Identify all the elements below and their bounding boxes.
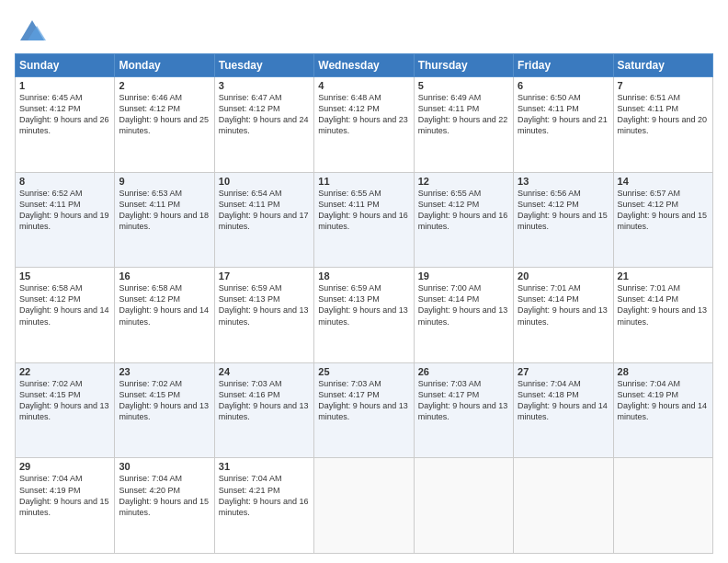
day-info: Sunrise: 7:03 AM Sunset: 4:17 PM Dayligh… [318,378,409,423]
day-cell: 22Sunrise: 7:02 AM Sunset: 4:15 PM Dayli… [16,362,115,458]
day-number: 4 [318,80,409,91]
day-cell: 6Sunrise: 6:50 AM Sunset: 4:11 PM Daylig… [514,77,613,173]
day-number: 19 [418,270,509,282]
day-cell: 23Sunrise: 7:02 AM Sunset: 4:15 PM Dayli… [115,362,214,458]
day-info: Sunrise: 7:02 AM Sunset: 4:15 PM Dayligh… [119,378,210,423]
week-row-3: 15Sunrise: 6:58 AM Sunset: 4:12 PM Dayli… [16,268,713,363]
col-header-friday: Friday [514,54,613,77]
day-number: 26 [418,366,509,377]
day-cell: 29Sunrise: 7:04 AM Sunset: 4:19 PM Dayli… [16,458,115,554]
day-number: 3 [219,80,310,91]
day-number: 5 [418,80,509,91]
logo-icon [15,13,50,48]
day-info: Sunrise: 6:53 AM Sunset: 4:11 PM Dayligh… [119,188,210,233]
day-number: 24 [219,366,310,377]
day-number: 14 [618,176,709,187]
day-info: Sunrise: 7:03 AM Sunset: 4:17 PM Dayligh… [418,378,509,423]
day-info: Sunrise: 6:46 AM Sunset: 4:12 PM Dayligh… [119,92,210,137]
day-info: Sunrise: 7:00 AM Sunset: 4:14 PM Dayligh… [418,282,509,327]
day-number: 6 [518,80,609,91]
day-info: Sunrise: 6:51 AM Sunset: 4:11 PM Dayligh… [618,92,709,137]
day-cell: 11Sunrise: 6:55 AM Sunset: 4:11 PM Dayli… [314,172,414,268]
day-cell: 2Sunrise: 6:46 AM Sunset: 4:12 PM Daylig… [115,77,214,173]
day-info: Sunrise: 7:04 AM Sunset: 4:20 PM Dayligh… [119,473,210,518]
day-cell: 30Sunrise: 7:04 AM Sunset: 4:20 PM Dayli… [115,458,214,554]
day-info: Sunrise: 6:59 AM Sunset: 4:13 PM Dayligh… [318,282,409,327]
day-number: 23 [119,366,210,377]
day-number: 29 [19,461,110,472]
day-cell: 16Sunrise: 6:58 AM Sunset: 4:12 PM Dayli… [115,268,214,363]
day-number: 22 [19,366,110,377]
day-number: 9 [119,176,210,187]
day-number: 18 [318,270,409,282]
day-number: 2 [119,80,210,91]
day-number: 20 [518,270,609,282]
day-cell: 8Sunrise: 6:52 AM Sunset: 4:11 PM Daylig… [16,172,115,268]
day-cell: 25Sunrise: 7:03 AM Sunset: 4:17 PM Dayli… [314,362,414,458]
day-cell: 10Sunrise: 6:54 AM Sunset: 4:11 PM Dayli… [214,172,313,268]
day-cell [314,458,414,554]
day-info: Sunrise: 6:56 AM Sunset: 4:12 PM Dayligh… [518,188,609,233]
day-cell: 9Sunrise: 6:53 AM Sunset: 4:11 PM Daylig… [115,172,214,268]
day-number: 30 [119,461,210,472]
day-number: 15 [19,270,110,282]
day-number: 12 [418,176,509,187]
day-info: Sunrise: 6:48 AM Sunset: 4:12 PM Dayligh… [318,92,409,137]
day-cell: 5Sunrise: 6:49 AM Sunset: 4:11 PM Daylig… [414,77,513,173]
day-info: Sunrise: 7:03 AM Sunset: 4:16 PM Dayligh… [219,378,310,423]
week-row-5: 29Sunrise: 7:04 AM Sunset: 4:19 PM Dayli… [16,458,713,554]
header [15,9,713,48]
day-cell: 26Sunrise: 7:03 AM Sunset: 4:17 PM Dayli… [414,362,513,458]
day-number: 13 [518,176,609,187]
day-info: Sunrise: 6:49 AM Sunset: 4:11 PM Dayligh… [418,92,509,137]
day-info: Sunrise: 6:50 AM Sunset: 4:11 PM Dayligh… [518,92,609,137]
col-header-saturday: Saturday [613,54,712,77]
day-info: Sunrise: 7:04 AM Sunset: 4:18 PM Dayligh… [518,378,609,423]
day-cell: 15Sunrise: 6:58 AM Sunset: 4:12 PM Dayli… [16,268,115,363]
day-info: Sunrise: 6:52 AM Sunset: 4:11 PM Dayligh… [19,188,110,233]
col-header-thursday: Thursday [414,54,513,77]
day-info: Sunrise: 7:02 AM Sunset: 4:15 PM Dayligh… [19,378,110,423]
day-cell: 3Sunrise: 6:47 AM Sunset: 4:12 PM Daylig… [214,77,313,173]
day-number: 25 [318,366,409,377]
day-info: Sunrise: 7:01 AM Sunset: 4:14 PM Dayligh… [618,282,709,327]
day-info: Sunrise: 6:58 AM Sunset: 4:12 PM Dayligh… [119,282,210,327]
day-cell: 28Sunrise: 7:04 AM Sunset: 4:19 PM Dayli… [613,362,712,458]
day-info: Sunrise: 6:55 AM Sunset: 4:12 PM Dayligh… [418,188,509,233]
day-number: 21 [618,270,709,282]
day-cell: 7Sunrise: 6:51 AM Sunset: 4:11 PM Daylig… [613,77,712,173]
day-info: Sunrise: 6:58 AM Sunset: 4:12 PM Dayligh… [19,282,110,327]
week-row-2: 8Sunrise: 6:52 AM Sunset: 4:11 PM Daylig… [16,172,713,268]
day-cell: 1Sunrise: 6:45 AM Sunset: 4:12 PM Daylig… [16,77,115,173]
day-cell [613,458,712,554]
day-number: 17 [219,270,310,282]
day-cell: 13Sunrise: 6:56 AM Sunset: 4:12 PM Dayli… [514,172,613,268]
day-cell: 4Sunrise: 6:48 AM Sunset: 4:12 PM Daylig… [314,77,414,173]
day-cell: 27Sunrise: 7:04 AM Sunset: 4:18 PM Dayli… [514,362,613,458]
day-number: 31 [219,461,310,472]
day-info: Sunrise: 7:04 AM Sunset: 4:21 PM Dayligh… [219,473,310,518]
day-info: Sunrise: 6:55 AM Sunset: 4:11 PM Dayligh… [318,188,409,233]
day-cell: 20Sunrise: 7:01 AM Sunset: 4:14 PM Dayli… [514,268,613,363]
day-number: 28 [618,366,709,377]
day-number: 11 [318,176,409,187]
day-info: Sunrise: 6:47 AM Sunset: 4:12 PM Dayligh… [219,92,310,137]
day-info: Sunrise: 6:57 AM Sunset: 4:12 PM Dayligh… [618,188,709,233]
header-row: SundayMondayTuesdayWednesdayThursdayFrid… [16,54,713,77]
day-cell: 12Sunrise: 6:55 AM Sunset: 4:12 PM Dayli… [414,172,513,268]
col-header-monday: Monday [115,54,214,77]
day-number: 10 [219,176,310,187]
col-header-wednesday: Wednesday [314,54,414,77]
day-cell: 24Sunrise: 7:03 AM Sunset: 4:16 PM Dayli… [214,362,313,458]
day-number: 27 [518,366,609,377]
calendar-table: SundayMondayTuesdayWednesdayThursdayFrid… [15,53,713,554]
col-header-tuesday: Tuesday [214,54,313,77]
day-info: Sunrise: 7:04 AM Sunset: 4:19 PM Dayligh… [19,473,110,518]
day-cell [414,458,513,554]
day-cell: 18Sunrise: 6:59 AM Sunset: 4:13 PM Dayli… [314,268,414,363]
logo [15,13,53,48]
day-number: 16 [119,270,210,282]
day-info: Sunrise: 6:45 AM Sunset: 4:12 PM Dayligh… [19,92,110,137]
day-info: Sunrise: 7:01 AM Sunset: 4:14 PM Dayligh… [518,282,609,327]
day-number: 1 [19,80,110,91]
